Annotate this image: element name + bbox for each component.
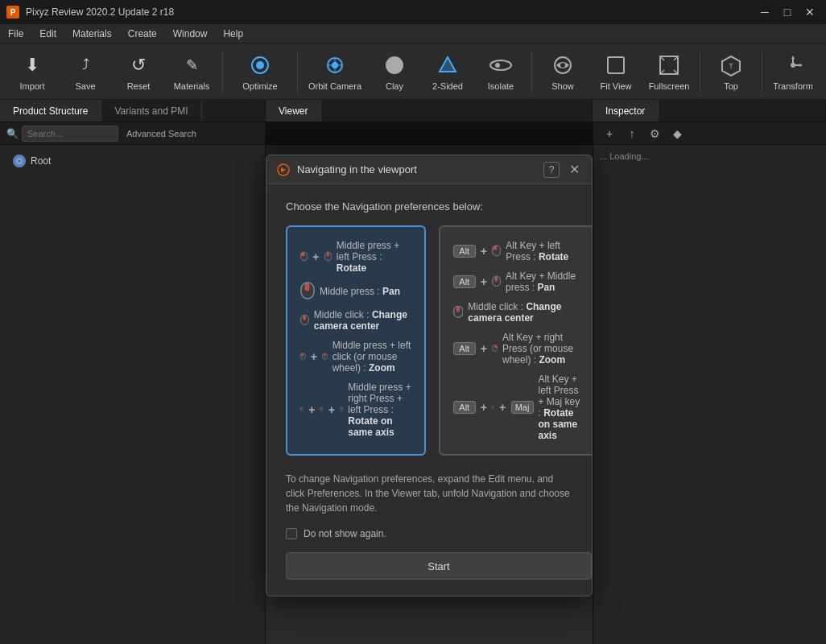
tab-variants-pmi[interactable]: Variants and PMI: [101, 100, 201, 122]
inspector-link-button[interactable]: ⚙: [645, 124, 664, 143]
mouse-icon-left: [300, 247, 308, 266]
toolbar-sep-4: [700, 52, 700, 92]
svg-marker-24: [799, 64, 803, 67]
orbit-camera-label: Orbit Camera: [308, 81, 361, 91]
tree-root-item[interactable]: ⬡ Root: [6, 151, 258, 171]
top-label: Top: [724, 81, 738, 91]
center-panel: Navigating in the viewport ? ✕ Choose th…: [266, 122, 593, 644]
dialog-title: Navigating in the viewport: [297, 163, 537, 175]
svg-point-12: [560, 63, 565, 68]
orbit-camera-button[interactable]: Orbit Camera: [303, 47, 367, 96]
svg-marker-23: [791, 56, 795, 59]
clay-button[interactable]: Clay: [369, 47, 420, 96]
mouse-icon-2-left2: [492, 398, 494, 417]
info-text: To change Navigation preferences, expand…: [286, 472, 572, 515]
mouse-icon-click: [300, 311, 309, 330]
window-controls: ─ □ ✕: [755, 4, 820, 20]
mouse-icon-all-left: [300, 400, 304, 419]
shortcut-row-1-5: + + Middle press + right: [300, 382, 411, 438]
show-icon: [550, 52, 576, 78]
fit-view-button[interactable]: Fit View: [590, 47, 642, 96]
right-panel: + ↑ ⚙ ◆ ... Loading...: [593, 122, 826, 644]
maj-key: Maj: [511, 401, 534, 414]
svg-marker-8: [440, 57, 456, 72]
fullscreen-icon: [656, 52, 682, 78]
tab-inspector[interactable]: Inspector: [593, 100, 659, 122]
two-sided-icon: [435, 52, 460, 78]
nav-option-2[interactable]: Alt + Alt Key + left Press : Rotate: [439, 225, 593, 456]
menu-window[interactable]: Window: [165, 24, 216, 43]
menu-help[interactable]: Help: [215, 24, 251, 43]
do-not-show-checkbox[interactable]: [286, 528, 297, 539]
modal-backdrop: Navigating in the viewport ? ✕ Choose th…: [266, 122, 593, 644]
mouse-icon-2-middle: [492, 272, 501, 291]
menu-materials[interactable]: Materials: [64, 24, 120, 43]
tabs-row: Product Structure Variants and PMI Viewe…: [0, 100, 826, 122]
svg-rect-47: [456, 307, 460, 312]
svg-point-6: [386, 56, 403, 74]
dialog-close-button[interactable]: ✕: [566, 162, 582, 178]
fullscreen-button[interactable]: Fullscreen: [643, 47, 695, 96]
menu-file[interactable]: File: [0, 24, 31, 43]
search-icon: 🔍: [6, 128, 19, 139]
optimize-label: Optimize: [242, 81, 277, 91]
reset-button[interactable]: ↺ Reset: [113, 47, 164, 96]
materials-button[interactable]: ✎ Materials: [166, 47, 217, 96]
import-button[interactable]: ⬇ Import: [6, 47, 58, 96]
start-button[interactable]: Start: [286, 552, 592, 580]
show-button[interactable]: Show: [537, 47, 589, 96]
inspector-arrow-button[interactable]: ↑: [622, 124, 642, 143]
alt-key-1: Alt: [453, 245, 476, 258]
loading-text: Loading...: [609, 151, 648, 161]
show-label: Show: [551, 81, 574, 91]
shortcut-row-2-3: Middle click : Change camera center: [453, 301, 581, 324]
shortcut-row-2-5: Alt + + Maj Alt Key + left Press + Maj k…: [453, 374, 581, 441]
shortcut-row-2-4: Alt + Alt Key + right Press (or mouse wh…: [453, 332, 581, 365]
minimize-button[interactable]: ─: [755, 4, 774, 20]
isolate-icon: [488, 52, 514, 78]
tab-viewer[interactable]: Viewer: [266, 100, 321, 122]
svg-rect-32: [305, 283, 309, 291]
menu-edit[interactable]: Edit: [31, 24, 64, 43]
maximize-button[interactable]: □: [778, 4, 797, 20]
toolbar-sep-2: [297, 52, 298, 92]
materials-icon: ✎: [179, 52, 204, 78]
inspector-add-button[interactable]: +: [600, 124, 619, 143]
optimize-button[interactable]: Optimize: [228, 47, 292, 96]
top-button[interactable]: T Top: [705, 47, 757, 96]
fullscreen-label: Fullscreen: [649, 81, 690, 91]
svg-rect-38: [324, 353, 325, 356]
shortcut-row-2-2: Alt + Alt Key + Middle press : Pan: [453, 270, 581, 293]
app-icon: P: [6, 6, 19, 19]
nav-option-1[interactable]: + Middle press + left Press : Rotate: [286, 225, 426, 456]
transform-label: Transform: [773, 81, 813, 91]
advanced-search-button[interactable]: Advanced Search: [122, 127, 201, 140]
inspector-shape-button[interactable]: ◆: [667, 124, 687, 143]
two-sided-label: 2-Sided: [432, 81, 463, 91]
reset-label: Reset: [127, 81, 151, 91]
dialog-header: Navigating in the viewport ? ✕: [266, 155, 592, 184]
navigation-dialog: Navigating in the viewport ? ✕ Choose th…: [266, 155, 593, 597]
save-button[interactable]: ⤴ Save: [60, 47, 111, 96]
clay-label: Clay: [386, 81, 403, 91]
svg-point-9: [490, 60, 511, 70]
two-sided-button[interactable]: 2-Sided: [422, 47, 473, 96]
mouse-icon-2-click: [453, 303, 464, 322]
svg-rect-30: [327, 253, 329, 257]
dialog-subtitle: Choose the Navigation preferences below:: [286, 200, 572, 213]
isolate-button[interactable]: Isolate: [475, 47, 527, 96]
tab-product-structure[interactable]: Product Structure: [0, 100, 101, 122]
transform-button[interactable]: Transform: [767, 47, 819, 96]
mouse-icon-pan: [300, 282, 315, 301]
search-input[interactable]: [22, 126, 118, 142]
svg-rect-45: [495, 277, 498, 282]
menu-create[interactable]: Create: [120, 24, 165, 43]
close-button[interactable]: ✕: [800, 4, 820, 20]
dialog-help-button[interactable]: ?: [543, 162, 560, 178]
svg-rect-41: [321, 408, 322, 410]
checkbox-label: Do not show again.: [304, 528, 386, 539]
fit-view-icon: [603, 52, 629, 78]
checkbox-row: Do not show again.: [286, 528, 572, 539]
left-panel-tabs: Product Structure Variants and PMI: [0, 100, 266, 122]
transform-icon: [780, 52, 806, 78]
